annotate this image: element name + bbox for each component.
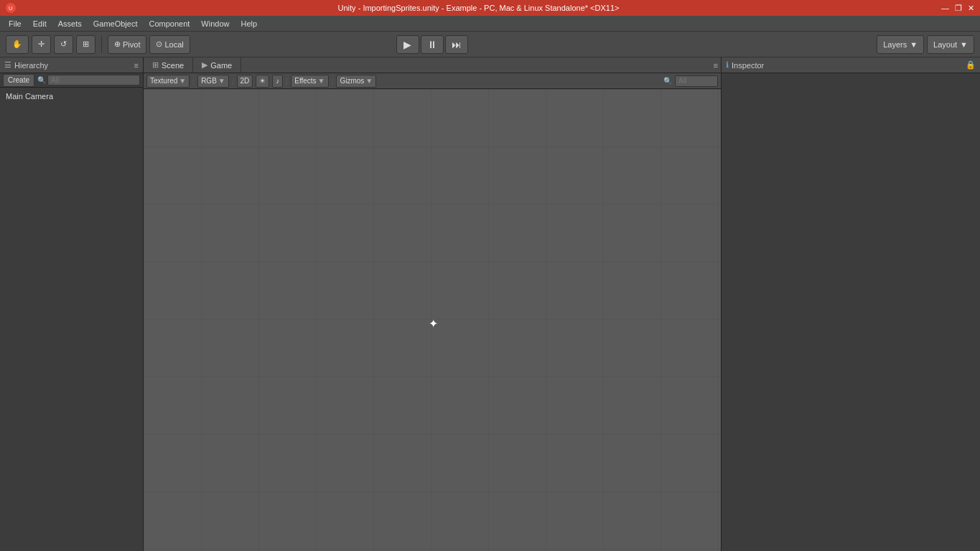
inspector-title: Inspector	[732, 61, 764, 70]
pivot-icon: ⊕	[114, 40, 121, 49]
hierarchy-search-input[interactable]	[47, 75, 140, 85]
pause-btn[interactable]: ⏸	[421, 35, 444, 54]
scene-area: ⊞ Scene ▶ Game ≡ Textured ▼ | RGB ▼ | 2D	[144, 57, 722, 551]
gizmos-btn[interactable]: Gizmos ▼	[336, 75, 376, 88]
scene-tab-label: Scene	[162, 61, 184, 70]
hierarchy-collapse-icon[interactable]: ≡	[134, 61, 139, 70]
scene-toolbar-sep4: |	[332, 77, 334, 85]
menu-bar: File Edit Assets GameObject Component Wi…	[0, 16, 980, 32]
inspector-icon: ℹ	[726, 60, 729, 70]
scene-center-dot: ✦	[429, 317, 436, 324]
hierarchy-panel: ☰ Hierarchy ≡ Create 🔍 Main Camera	[0, 57, 144, 551]
menu-edit[interactable]: Edit	[27, 18, 52, 29]
local-icon: ⊙	[156, 40, 162, 49]
mode-2d-label: 2D	[241, 77, 250, 85]
gizmos-label: Gizmos	[340, 77, 364, 85]
rgb-chevron: ▼	[218, 77, 225, 85]
menu-window[interactable]: Window	[195, 18, 235, 29]
audio-icon: ♪	[276, 77, 279, 85]
scene-viewport[interactable]: ✦	[144, 89, 721, 551]
local-btn[interactable]: ⊙ Local	[149, 35, 190, 54]
menu-assets[interactable]: Assets	[52, 18, 88, 29]
window-controls: — ❐ ✕	[941, 4, 974, 13]
inspector-header: ℹ Inspector 🔒	[722, 57, 980, 73]
scene-search-input[interactable]	[675, 75, 718, 87]
menu-gameobject[interactable]: GameObject	[88, 18, 144, 29]
rgb-dropdown[interactable]: RGB ▼	[197, 75, 229, 88]
step-btn[interactable]: ⏭	[445, 35, 468, 54]
hierarchy-main-camera[interactable]: Main Camera	[3, 91, 140, 102]
scene-toolbar-sep1: |	[192, 77, 195, 85]
window-title: Unity - ImportingSprites.unity - Example…	[16, 4, 941, 12]
hierarchy-create-btn[interactable]: Create	[3, 74, 34, 87]
inspector-panel: ℹ Inspector 🔒	[722, 57, 980, 551]
rgb-label: RGB	[201, 77, 217, 85]
maximize-btn[interactable]: ❐	[955, 4, 962, 13]
close-btn[interactable]: ✕	[968, 4, 974, 13]
lock-icon[interactable]: 🔒	[966, 60, 976, 70]
title-bar: U Unity - ImportingSprites.unity - Examp…	[0, 0, 980, 16]
search-icon-scene: 🔍	[663, 77, 672, 85]
scene-icon: ⊞	[152, 60, 159, 70]
menu-component[interactable]: Component	[143, 18, 195, 29]
search-icon: 🔍	[37, 76, 46, 84]
toolbar: ✋ ✛ ↺ ⊞ ⊕ Pivot ⊙ Local ▶ ⏸ ⏭ Layers ▼ L…	[0, 32, 980, 57]
game-tab[interactable]: ▶ Game	[193, 57, 241, 73]
menu-help[interactable]: Help	[235, 18, 263, 29]
pivot-label: Pivot	[123, 40, 140, 49]
layers-label: Layers	[883, 40, 907, 49]
gizmos-chevron: ▼	[365, 77, 373, 85]
play-btn[interactable]: ▶	[396, 35, 419, 54]
menu-file[interactable]: File	[3, 18, 27, 29]
game-tab-label: Game	[210, 61, 232, 70]
scene-collapse-icon[interactable]: ≡	[714, 61, 718, 70]
layers-dropdown[interactable]: Layers ▼	[877, 35, 924, 54]
toolbar-separator-1	[101, 36, 102, 53]
app-logo: U	[6, 3, 16, 13]
play-controls: ▶ ⏸ ⏭	[396, 35, 468, 54]
hierarchy-content: Main Camera	[0, 88, 143, 551]
inspector-content	[722, 73, 980, 551]
scene-tab[interactable]: ⊞ Scene	[144, 57, 193, 73]
local-label: Local	[164, 40, 183, 49]
scene-toolbar-sep3: |	[286, 77, 288, 85]
move-tool-btn[interactable]: ✛	[32, 35, 51, 54]
layers-layout: Layers ▼ Layout ▼	[877, 35, 974, 54]
scene-tabs: ⊞ Scene ▶ Game ≡	[144, 57, 721, 73]
sun-btn[interactable]: ☀	[256, 75, 269, 88]
textured-dropdown[interactable]: Textured ▼	[146, 75, 190, 88]
rotate-tool-btn[interactable]: ↺	[54, 35, 73, 54]
layout-chevron: ▼	[960, 40, 968, 49]
layout-dropdown[interactable]: Layout ▼	[927, 35, 974, 54]
mode-2d-btn[interactable]: 2D	[237, 75, 253, 88]
layers-chevron: ▼	[910, 40, 918, 49]
hierarchy-title: Hierarchy	[14, 61, 48, 70]
main-layout: ☰ Hierarchy ≡ Create 🔍 Main Camera ⊞ Sce…	[0, 57, 980, 551]
scene-toolbar: Textured ▼ | RGB ▼ | 2D ☀ ♪ | Effects ▼	[144, 73, 721, 89]
game-icon: ▶	[202, 60, 207, 70]
textured-label: Textured	[150, 77, 177, 85]
scale-tool-btn[interactable]: ⊞	[76, 35, 95, 54]
textured-chevron: ▼	[179, 77, 186, 85]
effects-label: Effects	[294, 77, 316, 85]
hierarchy-search-bar: Create 🔍	[0, 73, 143, 88]
sun-icon: ☀	[259, 77, 266, 85]
minimize-btn[interactable]: —	[941, 4, 949, 13]
scene-toolbar-sep2: |	[232, 77, 234, 85]
hand-tool-btn[interactable]: ✋	[6, 35, 29, 54]
effects-chevron: ▼	[318, 77, 325, 85]
audio-btn[interactable]: ♪	[272, 75, 283, 88]
hierarchy-icon: ☰	[4, 60, 11, 70]
pivot-btn[interactable]: ⊕ Pivot	[108, 35, 146, 54]
hierarchy-header: ☰ Hierarchy ≡	[0, 57, 143, 73]
layout-label: Layout	[933, 40, 957, 49]
effects-btn[interactable]: Effects ▼	[291, 75, 328, 88]
